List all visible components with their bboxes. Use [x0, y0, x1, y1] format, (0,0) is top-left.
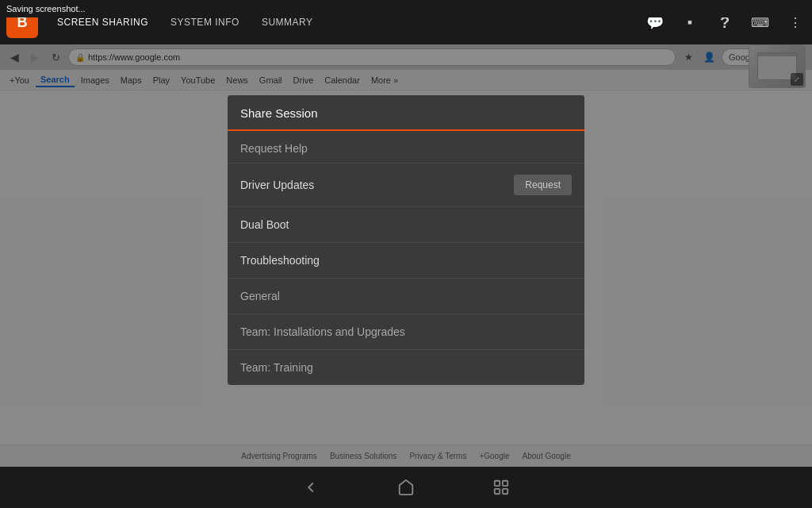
- modal-item-troubleshooting[interactable]: Troubleshooting: [228, 242, 584, 278]
- share-session-modal: Share Session Request Help Driver Update…: [228, 95, 584, 385]
- modal-section-training[interactable]: Team: Training: [228, 349, 584, 385]
- modal-section-general[interactable]: General: [228, 278, 584, 314]
- bottom-nav: [0, 467, 812, 508]
- troubleshooting-label: Troubleshooting: [240, 254, 320, 267]
- svg-rect-2: [495, 489, 500, 494]
- svg-rect-1: [503, 481, 508, 486]
- driver-updates-label: Driver Updates: [240, 179, 314, 191]
- home-icon[interactable]: [390, 471, 422, 503]
- modal-header: Share Session: [228, 95, 584, 131]
- modal-section-installations[interactable]: Team: Installations and Upgrades: [228, 314, 584, 349]
- modal-item-driver-updates: Driver Updates Request: [228, 163, 584, 206]
- request-button[interactable]: Request: [514, 175, 572, 195]
- svg-rect-3: [503, 489, 508, 494]
- modal-section-request-help: Request Help: [228, 131, 584, 163]
- dual-boot-label: Dual Boot: [240, 218, 289, 231]
- modal-item-dual-boot[interactable]: Dual Boot: [228, 206, 584, 242]
- top-status-bar: Saving screenshot...: [0, 0, 812, 17]
- recents-icon[interactable]: [485, 471, 517, 503]
- saving-text: Saving screenshot...: [6, 4, 86, 13]
- back-icon[interactable]: [295, 471, 327, 503]
- modal-title: Share Session: [240, 106, 572, 120]
- svg-rect-0: [495, 481, 500, 486]
